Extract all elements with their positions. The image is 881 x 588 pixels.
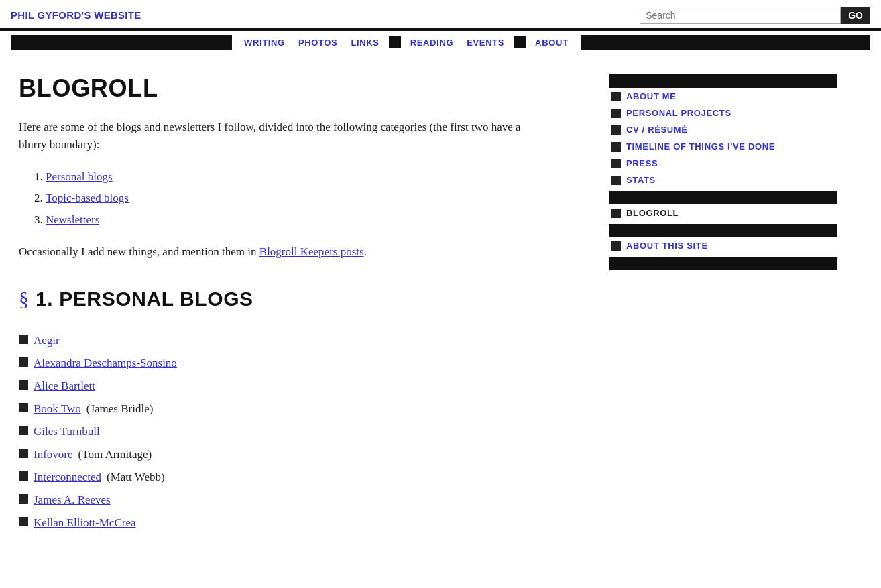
- nav-links: WRITING PHOTOS LINKS READING EVENTS ABOU…: [237, 36, 575, 48]
- main-content: BLOGROLL Here are some of the blogs and …: [19, 54, 582, 534]
- nav-item-reading[interactable]: READING: [410, 38, 454, 48]
- list-item: Aegir: [19, 329, 582, 352]
- list-item: Infovore (Tom Armitage): [19, 443, 582, 466]
- sidebar-marker: [611, 241, 621, 251]
- additional-suffix: .: [364, 245, 367, 258]
- list-item: Newsletters: [46, 209, 582, 231]
- search-form[interactable]: GO: [640, 7, 870, 24]
- sidebar-link-press[interactable]: PRESS: [626, 158, 658, 168]
- sidebar-link-cv[interactable]: CV / RÉSUMÉ: [626, 125, 688, 135]
- additional-text: Occasionally I add new things, and menti…: [19, 243, 582, 261]
- item-note: (Matt Webb): [107, 466, 165, 489]
- sidebar: ABOUT ME PERSONAL PROJECTS CV / RÉSUMÉ T…: [609, 54, 837, 534]
- list-item: Interconnected (Matt Webb): [19, 466, 582, 489]
- site-title[interactable]: PHIL GYFORD'S WEBSITE: [11, 9, 141, 21]
- list-item: Topic-based blogs: [46, 188, 582, 209]
- site-title-link[interactable]: PHIL GYFORD'S WEBSITE: [11, 9, 141, 21]
- list-marker: [19, 380, 28, 390]
- nav-bar: WRITING PHOTOS LINKS READING EVENTS ABOU…: [0, 28, 881, 54]
- nav-item-about[interactable]: ABOUT: [535, 38, 568, 48]
- category-link-topic[interactable]: Topic-based blogs: [46, 192, 129, 204]
- search-button[interactable]: GO: [841, 7, 870, 24]
- sidebar-link-about-me[interactable]: ABOUT ME: [626, 91, 677, 101]
- sidebar-link-about-site[interactable]: ABOUT THIS SITE: [626, 241, 708, 251]
- blog-link[interactable]: Alice Bartlett: [34, 375, 95, 398]
- intro-text: Here are some of the blogs and newslette…: [19, 119, 542, 154]
- list-marker: [19, 335, 28, 344]
- section-symbol: §: [19, 289, 29, 309]
- page-title: BLOGROLL: [19, 74, 582, 103]
- blog-link[interactable]: Interconnected: [34, 466, 101, 489]
- sidebar-link-stats[interactable]: STATS: [626, 175, 656, 185]
- sidebar-active-label: BLOGROLL: [626, 208, 679, 218]
- list-marker: [19, 517, 28, 526]
- blog-link[interactable]: Book Two: [34, 398, 81, 420]
- sidebar-item-blogroll: BLOGROLL: [609, 204, 837, 221]
- item-note: (James Bridle): [86, 398, 154, 420]
- blog-link[interactable]: Kellan Elliott-McCrea: [34, 512, 135, 534]
- list-marker: [19, 403, 28, 412]
- blog-link[interactable]: Alexandra Deschamps-Sonsino: [34, 352, 177, 375]
- sidebar-bar-bottom: [609, 257, 837, 270]
- list-marker: [19, 449, 28, 458]
- sidebar-marker: [611, 92, 621, 101]
- list-item: Giles Turnbull: [19, 420, 582, 443]
- nav-decoration-left: [11, 35, 232, 50]
- list-marker: [19, 471, 28, 481]
- sidebar-item-stats[interactable]: STATS: [609, 172, 837, 188]
- sidebar-item-press[interactable]: PRESS: [609, 155, 837, 172]
- sidebar-item-about-site[interactable]: ABOUT THIS SITE: [609, 237, 837, 254]
- category-link-personal[interactable]: Personal blogs: [46, 170, 113, 183]
- nav-separator-1: [389, 36, 401, 48]
- nav-item-links[interactable]: LINKS: [351, 38, 379, 48]
- blog-link[interactable]: Infovore: [34, 443, 73, 466]
- blogroll-keepers-link[interactable]: Blogroll Keepers posts: [259, 245, 364, 258]
- sidebar-item-personal-projects[interactable]: PERSONAL PROJECTS: [609, 105, 837, 121]
- blog-link[interactable]: James A. Reeves: [34, 489, 111, 512]
- sidebar-bar-top: [609, 74, 837, 88]
- blog-link[interactable]: Giles Turnbull: [34, 420, 100, 443]
- sidebar-item-timeline[interactable]: TIMELINE OF THINGS I'VE DONE: [609, 138, 837, 155]
- sidebar-bar-middle: [609, 191, 837, 204]
- search-input[interactable]: [640, 7, 841, 24]
- list-marker: [19, 426, 28, 435]
- sidebar-marker: [611, 142, 621, 152]
- blog-list: Aegir Alexandra Deschamps-Sonsino Alice …: [19, 329, 582, 534]
- section-heading: 1. PERSONAL BLOGS: [36, 288, 253, 310]
- layout: BLOGROLL Here are some of the blogs and …: [8, 54, 873, 534]
- section-heading-wrapper: § 1. PERSONAL BLOGS: [19, 288, 582, 310]
- sidebar-link-personal-projects[interactable]: PERSONAL PROJECTS: [626, 108, 731, 118]
- sidebar-marker: [611, 209, 621, 218]
- sidebar-marker: [611, 125, 621, 135]
- list-marker: [19, 357, 28, 367]
- list-item: Alexandra Deschamps-Sonsino: [19, 352, 582, 375]
- category-list: Personal blogs Topic-based blogs Newslet…: [46, 166, 582, 231]
- list-item: Alice Bartlett: [19, 375, 582, 398]
- list-item: James A. Reeves: [19, 489, 582, 512]
- list-marker: [19, 494, 28, 504]
- sidebar-bar-after-blogroll: [609, 224, 837, 237]
- sidebar-link-timeline[interactable]: TIMELINE OF THINGS I'VE DONE: [626, 141, 775, 152]
- sidebar-marker: [611, 176, 621, 185]
- nav-separator-2: [514, 36, 526, 48]
- sidebar-marker: [611, 159, 621, 168]
- blog-link[interactable]: Aegir: [34, 329, 60, 352]
- list-item: Book Two (James Bridle): [19, 398, 582, 420]
- nav-item-writing[interactable]: WRITING: [244, 38, 285, 48]
- item-note: (Tom Armitage): [78, 443, 152, 466]
- sidebar-item-cv[interactable]: CV / RÉSUMÉ: [609, 121, 837, 138]
- category-link-newsletters[interactable]: Newsletters: [46, 213, 99, 226]
- additional-prefix: Occasionally I add new things, and menti…: [19, 245, 259, 258]
- nav-item-photos[interactable]: PHOTOS: [298, 38, 338, 48]
- sidebar-marker: [611, 109, 621, 118]
- sidebar-item-about-me[interactable]: ABOUT ME: [609, 88, 837, 105]
- nav-item-events[interactable]: EVENTS: [467, 38, 504, 48]
- nav-decoration-right: [581, 35, 870, 50]
- header: PHIL GYFORD'S WEBSITE GO: [0, 0, 881, 28]
- list-item: Kellan Elliott-McCrea: [19, 512, 582, 534]
- list-item: Personal blogs: [46, 166, 582, 188]
